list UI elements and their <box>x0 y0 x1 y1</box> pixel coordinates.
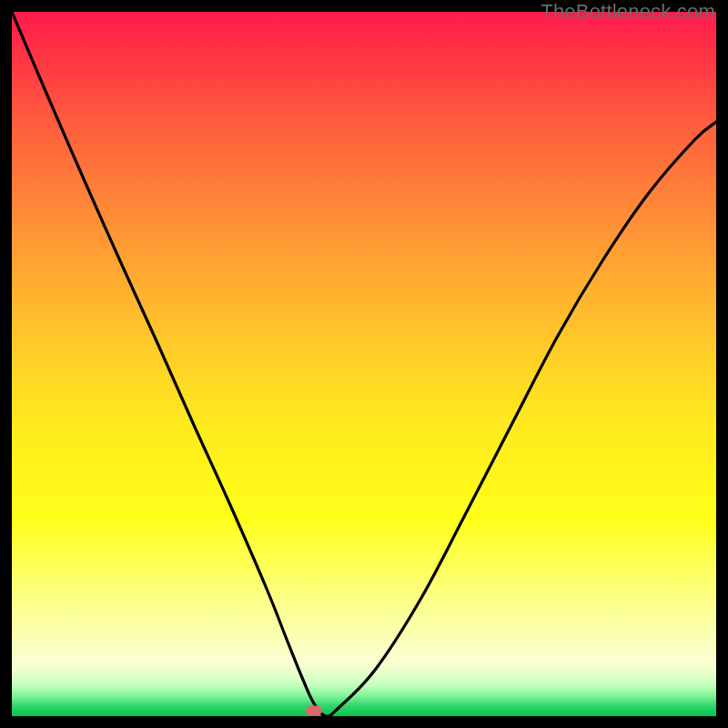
minimum-marker <box>306 706 322 716</box>
chart-plot-area <box>12 12 716 716</box>
watermark-text: TheBottleneck.com <box>541 0 715 24</box>
